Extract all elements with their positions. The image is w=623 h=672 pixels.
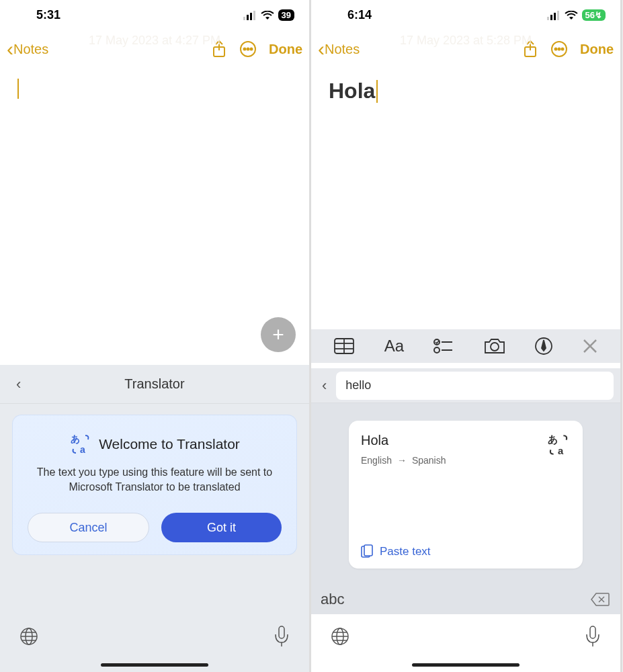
- wifi-icon: [261, 11, 274, 20]
- globe-button[interactable]: [330, 626, 350, 646]
- home-indicator[interactable]: [412, 663, 520, 667]
- mic-button[interactable]: [584, 625, 601, 648]
- translator-back-button[interactable]: ‹: [318, 377, 331, 394]
- cellular-icon: [243, 11, 257, 20]
- suggestion-text[interactable]: abc: [321, 591, 344, 608]
- keyboard-bottom-row: [311, 613, 620, 672]
- text-style-button[interactable]: Aa: [384, 337, 404, 355]
- status-indicators: 39: [243, 9, 294, 21]
- done-button[interactable]: Done: [580, 42, 614, 57]
- back-button[interactable]: ‹ Notes: [7, 39, 48, 59]
- cancel-button[interactable]: Cancel: [28, 513, 149, 542]
- svg-rect-0: [243, 17, 245, 20]
- back-label: Notes: [325, 42, 360, 57]
- svg-text:あ: あ: [548, 434, 558, 445]
- svg-rect-42: [364, 545, 372, 556]
- welcome-description: The text you type using this feature wil…: [28, 465, 282, 494]
- markup-button[interactable]: [535, 337, 552, 355]
- text-cursor: [376, 80, 378, 103]
- wifi-icon: [565, 11, 578, 20]
- status-time: 6:14: [347, 8, 372, 22]
- translator-logo-icon: あa: [69, 433, 92, 456]
- svg-point-33: [434, 347, 440, 353]
- svg-text:a: a: [558, 446, 564, 456]
- svg-rect-19: [550, 15, 552, 20]
- svg-rect-2: [250, 13, 252, 20]
- home-indicator[interactable]: [101, 663, 208, 667]
- target-language: Spanish: [412, 455, 446, 466]
- note-editor[interactable]: Hola: [311, 68, 620, 114]
- svg-rect-1: [247, 15, 249, 20]
- gotit-button[interactable]: Got it: [161, 513, 282, 542]
- svg-point-26: [562, 48, 564, 50]
- svg-point-7: [247, 48, 249, 50]
- svg-rect-20: [554, 13, 556, 20]
- status-indicators: 56↯: [547, 9, 606, 21]
- svg-text:あ: あ: [71, 433, 80, 444]
- note-title: Hola: [329, 79, 378, 103]
- svg-text:a: a: [80, 444, 85, 455]
- svg-rect-50: [590, 626, 595, 638]
- backspace-button[interactable]: [591, 593, 610, 606]
- nav-bar: ‹ Notes Done: [0, 30, 309, 68]
- translator-result-area: Hola English → Spanish あa Paste text: [311, 403, 620, 614]
- globe-button[interactable]: [19, 626, 39, 646]
- paste-text-button[interactable]: Paste text: [361, 544, 431, 559]
- right-screenshot: 6:14 56↯ ‹ Notes Done 17 May 2023 at 5:2…: [311, 0, 622, 672]
- svg-rect-21: [557, 11, 559, 20]
- fab-add-button[interactable]: +: [261, 317, 296, 352]
- clipboard-icon: [361, 544, 373, 559]
- svg-rect-16: [279, 626, 284, 638]
- text-cursor: [17, 79, 19, 99]
- more-button[interactable]: [550, 40, 568, 58]
- paste-label: Paste text: [380, 545, 431, 558]
- translator-logo-icon: あa: [546, 433, 571, 457]
- translator-input-row: ‹ hello: [311, 368, 620, 403]
- nav-bar: ‹ Notes Done: [311, 30, 620, 68]
- camera-button[interactable]: [484, 338, 505, 354]
- chevron-left-icon: ‹: [7, 39, 13, 59]
- close-toolbar-button[interactable]: [583, 339, 597, 353]
- checklist-button[interactable]: [433, 338, 454, 354]
- battery-indicator: 39: [278, 9, 294, 21]
- status-time: 5:31: [36, 8, 60, 22]
- back-button[interactable]: ‹ Notes: [318, 39, 360, 59]
- chevron-left-icon: ‹: [318, 39, 325, 59]
- source-language: English: [361, 455, 392, 466]
- svg-point-24: [555, 48, 557, 50]
- svg-rect-18: [547, 17, 549, 20]
- share-button[interactable]: [522, 40, 538, 58]
- keyboard-bottom-row: [0, 613, 309, 672]
- translator-panel: ‹ Translator あa Welcome to Translator Th…: [0, 365, 309, 672]
- share-button[interactable]: [211, 40, 227, 58]
- translator-title: Translator: [124, 376, 184, 392]
- welcome-card: あa Welcome to Translator The text you ty…: [12, 415, 297, 555]
- translation-result: Hola: [361, 433, 571, 448]
- svg-rect-3: [253, 11, 255, 20]
- translator-input-value: hello: [345, 378, 371, 392]
- left-screenshot: 5:31 39 ‹ Notes Done 17 May 2023 at 4:27: [0, 0, 311, 672]
- svg-point-35: [491, 343, 499, 351]
- svg-point-25: [558, 48, 560, 50]
- note-editor[interactable]: [0, 68, 309, 110]
- status-bar: 5:31 39: [0, 0, 309, 30]
- plus-icon: +: [272, 323, 284, 346]
- battery-indicator: 56↯: [582, 9, 606, 21]
- back-label: Notes: [13, 42, 48, 57]
- more-button[interactable]: [239, 40, 257, 58]
- arrow-right-icon: →: [397, 455, 407, 466]
- translator-header: ‹ Translator: [0, 365, 309, 404]
- note-format-toolbar: Aa: [311, 329, 620, 363]
- status-bar: 6:14 56↯: [311, 0, 620, 30]
- mic-button[interactable]: [273, 625, 290, 648]
- svg-point-6: [244, 48, 246, 50]
- cellular-icon: [547, 11, 560, 20]
- table-button[interactable]: [334, 338, 354, 354]
- svg-point-8: [251, 48, 253, 50]
- translation-languages: English → Spanish: [361, 455, 571, 466]
- translator-input[interactable]: hello: [336, 372, 614, 400]
- translation-card[interactable]: Hola English → Spanish あa Paste text: [349, 421, 583, 569]
- done-button[interactable]: Done: [269, 42, 302, 57]
- keyboard-suggestion-row: abc: [311, 585, 620, 614]
- translator-back-button[interactable]: ‹: [16, 376, 21, 393]
